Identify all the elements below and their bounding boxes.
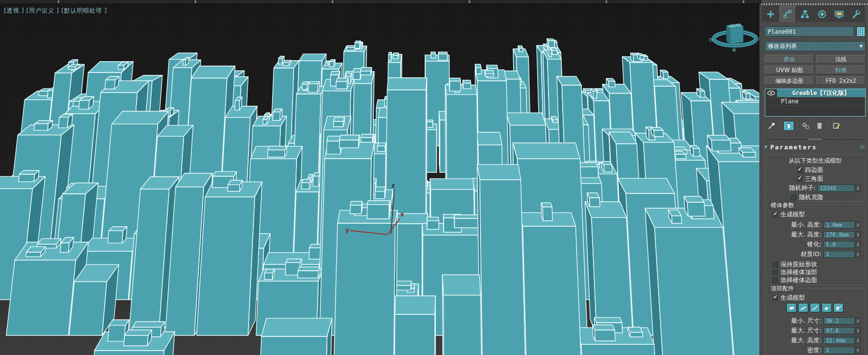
- rollout-open-icon: ▼: [764, 145, 767, 149]
- building-generate-checkbox[interactable]: ✔: [773, 212, 778, 217]
- random-clone-row: ✔ 随机克隆: [791, 194, 823, 201]
- compass-west-label[interactable]: 西: [709, 38, 713, 42]
- sweep-button[interactable]: 扫描: [816, 66, 866, 74]
- select-sides-row: ✔ 选择楼体边面: [773, 277, 817, 284]
- box-widget-button[interactable]: [786, 303, 797, 312]
- keep-original-shape-checkbox[interactable]: ✔: [773, 262, 778, 267]
- parameters-rollout-header[interactable]: ▼ Parameters: [764, 143, 865, 151]
- density-row: 密度: 1 ▴▾: [807, 346, 861, 354]
- random-clone-checkbox[interactable]: ✔: [791, 195, 797, 200]
- cylinder-widget-button[interactable]: [833, 303, 844, 312]
- object-name-field[interactable]: Plane001: [765, 26, 854, 37]
- density-field[interactable]: 1: [823, 347, 855, 354]
- ffd-2x2x2-button[interactable]: FFD 2x2x2: [816, 76, 866, 85]
- utilities-tab[interactable]: [848, 6, 865, 22]
- make-unique-button[interactable]: [800, 121, 811, 131]
- compass-south-label[interactable]: 南: [732, 48, 736, 52]
- viewcube-front-face[interactable]: [730, 26, 743, 44]
- max-size-spinner[interactable]: ▴▾: [855, 327, 861, 334]
- y-axis-label: y: [345, 227, 349, 234]
- z-axis-label: z: [391, 182, 395, 189]
- command-panel: Plane001 修改器列表 ▼ 挤出 法线 UVW 贴图 扫描 编辑多边形 F…: [761, 0, 868, 355]
- min-size-spinner[interactable]: ▴▾: [855, 317, 861, 325]
- normal-button[interactable]: 法线: [816, 55, 866, 64]
- building-params-group: 楼体参数 ✔ 生成模型 最小. 高度: 1.0mm ▴▾ 最大. 高度: 276…: [765, 205, 865, 285]
- building-generate-row: ✔ 生成模型: [773, 211, 805, 218]
- max-height-row: 最大. 高度: 276.0mm ▴▾: [791, 231, 861, 238]
- create-tab[interactable]: [762, 6, 779, 22]
- double-box-widget-button[interactable]: [798, 303, 808, 312]
- material-id-spinner[interactable]: ▴▾: [855, 251, 861, 258]
- modify-tab[interactable]: [779, 6, 796, 22]
- taper-row: 锥化: 5.0 ▴▾: [807, 240, 861, 248]
- quad-faces-checkbox[interactable]: ✔: [797, 167, 802, 173]
- utilities-wrench-icon: [851, 9, 861, 19]
- viewcube-left-face[interactable]: [727, 25, 730, 44]
- density-spinner[interactable]: ▴▾: [855, 347, 861, 354]
- material-id-field[interactable]: 1: [823, 251, 855, 258]
- triple-box-widget-button[interactable]: [810, 303, 820, 312]
- viewcube[interactable]: 西 东 南: [0, 0, 759, 64]
- remove-modifier-button[interactable]: [814, 121, 825, 131]
- min-height-spinner[interactable]: ▴▾: [855, 221, 861, 229]
- trash-icon: [816, 122, 823, 130]
- motion-icon: [817, 9, 827, 19]
- stack-item-greeble[interactable]: Greeble【T汉化版】: [765, 89, 865, 97]
- 3dsmax-window: y x z 西 东 南 [透视 ] [用户定义 ] [默认明暗处理 ]: [0, 0, 868, 355]
- visibility-eye-icon[interactable]: [765, 91, 777, 95]
- roof-widgets-group: 顶部配件 ✔ 生成模型: [765, 288, 865, 355]
- xy-axis-lines[interactable]: [350, 218, 400, 235]
- perspective-viewport[interactable]: y x z 西 东 南 [透视 ] [用户定义 ] [默认明暗处理 ]: [0, 0, 759, 355]
- stack-item-plane[interactable]: Plane: [765, 97, 865, 106]
- make-unique-icon: [801, 122, 810, 130]
- uvw-map-button[interactable]: UVW 贴图: [765, 66, 814, 74]
- configure-modifier-sets-button[interactable]: [831, 121, 842, 131]
- extrude-button[interactable]: 挤出: [765, 55, 814, 64]
- rollout-grip-icon: [860, 145, 865, 149]
- quad-faces-row: ✔ 四边面: [797, 166, 823, 173]
- compass-east-label[interactable]: 东: [758, 37, 759, 41]
- roof-widgets-title: 顶部配件: [769, 284, 796, 293]
- max-size-row: 最大. 尺寸: 97.6 ▴▾: [791, 327, 861, 334]
- viewport-label[interactable]: [透视 ] [用户定义 ] [默认明暗处理 ]: [4, 7, 107, 15]
- tri-faces-row: ✔ 三角面: [797, 175, 823, 182]
- x-axis-label: x: [400, 211, 404, 218]
- select-building-sides-checkbox[interactable]: ✔: [773, 278, 778, 283]
- min-height-field[interactable]: 1.0mm: [823, 221, 855, 229]
- pin-stack-button[interactable]: [766, 121, 777, 131]
- generate-from-group: 从以下类型生成模型 ✔ 四边面 ✔ 三角面 随机种子: 12345 ▴▾ ✔ 随…: [765, 154, 865, 202]
- random-seed-row: 随机种子: 12345 ▴▾: [789, 184, 861, 192]
- roof-generate-row: ✔ 生成模型: [773, 294, 805, 301]
- object-color-swatch[interactable]: [856, 26, 866, 37]
- triple-box-widget-icon: [812, 305, 819, 311]
- taper-spinner[interactable]: ▴▾: [855, 241, 861, 248]
- select-tops-row: ✔ 选择楼体顶部: [773, 269, 817, 276]
- roof-generate-checkbox[interactable]: ✔: [773, 295, 778, 301]
- tri-faces-checkbox[interactable]: ✔: [797, 176, 802, 182]
- roof-max-height-field[interactable]: 22.4mm: [823, 337, 855, 344]
- motion-tab[interactable]: [814, 6, 830, 22]
- max-height-spinner[interactable]: ▴▾: [855, 231, 861, 238]
- material-id-row: 材质ID: 1 ▴▾: [800, 250, 861, 258]
- panel-separator-dots: [761, 3, 868, 5]
- max-height-field[interactable]: 276.0mm: [823, 231, 855, 238]
- show-end-result-button[interactable]: [783, 121, 794, 131]
- taper-field[interactable]: 5.0: [823, 241, 855, 248]
- command-panel-tabs: [762, 6, 865, 22]
- roof-max-height-spinner[interactable]: ▴▾: [855, 337, 861, 344]
- random-seed-field[interactable]: 12345: [818, 185, 855, 192]
- stack-toolbar: [766, 120, 865, 131]
- edit-poly-button[interactable]: 编辑多边形: [765, 76, 814, 85]
- max-size-field[interactable]: 97.6: [823, 327, 855, 334]
- min-size-field[interactable]: 36.2: [823, 317, 855, 325]
- random-seed-spinner[interactable]: ▴▾: [855, 185, 861, 192]
- l-shape-widget-icon: [823, 305, 830, 311]
- create-icon: [766, 9, 776, 19]
- display-tab[interactable]: [831, 6, 847, 22]
- modifier-list-dropdown[interactable]: 修改器列表 ▼: [765, 41, 866, 51]
- select-building-tops-checkbox[interactable]: ✔: [773, 270, 778, 275]
- min-height-row: 最小. 高度: 1.0mm ▴▾: [791, 221, 861, 229]
- rollout-title: Parameters: [770, 143, 817, 151]
- l-shape-widget-button[interactable]: [822, 303, 832, 312]
- hierarchy-tab[interactable]: [797, 6, 813, 22]
